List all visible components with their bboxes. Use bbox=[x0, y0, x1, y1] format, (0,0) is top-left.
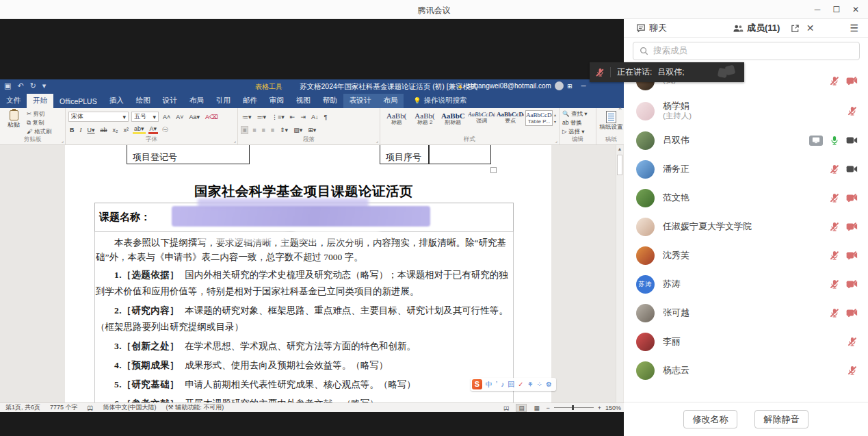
styles-scroll-up-icon[interactable]: ▴ bbox=[554, 112, 556, 117]
cut-button[interactable]: ✂ 剪切 bbox=[27, 110, 51, 118]
undo-icon[interactable]: ↶ bbox=[17, 81, 23, 90]
ribbon-options-icon[interactable]: ⊞ bbox=[567, 83, 573, 90]
sogou-voice-icon[interactable]: ♪ bbox=[501, 381, 504, 388]
align-right-button[interactable]: ≡ bbox=[261, 127, 267, 133]
member-search-box[interactable]: 搜索成员 bbox=[633, 42, 860, 60]
sogou-punct-icon[interactable]: ʼ bbox=[496, 381, 497, 388]
font-family-combo[interactable]: 宋体▾ bbox=[68, 112, 129, 122]
panel-menu-icon[interactable]: ☰ bbox=[850, 23, 858, 34]
unmute-button[interactable]: 解除静音 bbox=[754, 410, 808, 428]
save-icon[interactable]: ▣ bbox=[4, 81, 11, 90]
tab-insert[interactable]: 插入 bbox=[103, 94, 130, 108]
clear-format-button[interactable]: A⌫ bbox=[204, 114, 220, 120]
show-marks-button[interactable]: ¶ bbox=[322, 114, 328, 120]
tab-mailings[interactable]: 邮件 bbox=[237, 94, 263, 108]
member-row[interactable]: 苏涛 苏涛 bbox=[624, 270, 868, 298]
table-resize-handle[interactable] bbox=[490, 167, 497, 173]
member-row[interactable]: 任淑媛宁夏大学文学院 bbox=[624, 212, 868, 241]
tab-draw[interactable]: 绘图 bbox=[130, 94, 157, 108]
member-row[interactable]: 杨志云 bbox=[624, 356, 868, 385]
scrollbar-thumb[interactable] bbox=[617, 155, 622, 175]
zoom-slider-thumb[interactable] bbox=[572, 405, 574, 410]
replace-button[interactable]: ab 替换 bbox=[562, 119, 593, 127]
tab-members[interactable]: 成员(11) bbox=[733, 22, 780, 34]
bullets-button[interactable]: ≔▾ bbox=[241, 114, 253, 120]
redo-icon[interactable]: ↻ bbox=[30, 81, 36, 90]
minimize-button[interactable]: ─ bbox=[808, 5, 827, 14]
increase-indent-button[interactable]: ⇥ bbox=[299, 114, 307, 120]
tab-file[interactable]: 文件 bbox=[0, 94, 27, 108]
member-row[interactable]: 张可越 bbox=[624, 298, 868, 327]
document-scrollbar[interactable]: ▲ bbox=[616, 145, 623, 402]
tab-layout[interactable]: 布局 bbox=[183, 94, 210, 108]
zoom-percent[interactable]: 150% bbox=[605, 405, 621, 411]
style-chip[interactable]: AaBbCcDc 要点 bbox=[497, 110, 524, 126]
quick-access-toolbar[interactable]: ▣ ↶ ↻ ▾ bbox=[4, 81, 46, 90]
tab-chat[interactable]: 聊天 bbox=[636, 22, 667, 34]
tab-help[interactable]: 帮助 bbox=[317, 94, 343, 108]
decrease-indent-button[interactable]: ⇤ bbox=[289, 114, 297, 120]
bold-button[interactable]: B bbox=[68, 127, 76, 133]
enclose-char-button[interactable]: ㊀ bbox=[161, 125, 170, 134]
paste-button[interactable]: 粘贴 bbox=[3, 110, 25, 136]
numbering-button[interactable]: ≕▾ bbox=[256, 114, 268, 120]
sort-button[interactable]: A↓ bbox=[310, 114, 320, 120]
tab-table-design[interactable]: 表设计 bbox=[343, 94, 378, 108]
subscript-button[interactable]: x₂ bbox=[111, 127, 120, 133]
zoom-slider[interactable] bbox=[554, 407, 594, 408]
line-spacing-button[interactable]: ⇕▾ bbox=[278, 127, 289, 133]
web-layout-icon[interactable]: ▦ bbox=[531, 405, 542, 411]
maximize-button[interactable]: ☐ bbox=[827, 5, 846, 14]
member-row[interactable]: 吕双伟 bbox=[624, 126, 868, 155]
align-center-button[interactable]: ≡ bbox=[251, 127, 257, 133]
tell-me-search[interactable]: 💡 操作说明搜索 bbox=[413, 96, 466, 108]
tab-design[interactable]: 设计 bbox=[157, 94, 183, 108]
word-count[interactable]: 7775 个字 bbox=[50, 403, 78, 412]
member-row[interactable]: 范文艳 bbox=[624, 183, 868, 212]
superscript-button[interactable]: x² bbox=[122, 127, 131, 133]
style-chip[interactable]: AaBbC 副标题 bbox=[440, 110, 466, 126]
style-chip[interactable]: AaBbCcDd 强调 bbox=[468, 110, 495, 126]
strikethrough-button[interactable]: ab bbox=[99, 127, 109, 133]
read-mode-icon[interactable]: 🕮 bbox=[501, 405, 512, 411]
page-indicator[interactable]: 第1页, 共6页 bbox=[5, 403, 40, 412]
align-left-button[interactable]: ≡ bbox=[241, 126, 248, 134]
member-row[interactable]: 李丽 bbox=[624, 327, 868, 356]
tab-table-layout[interactable]: 布局 bbox=[377, 94, 404, 108]
font-size-combo[interactable]: 五号▾ bbox=[131, 112, 159, 122]
find-button[interactable]: 🔍 查找 ▾ bbox=[562, 110, 593, 118]
popout-panel-icon[interactable] bbox=[791, 24, 800, 33]
close-button[interactable]: ✕ bbox=[846, 5, 865, 14]
zoom-out-icon[interactable]: − bbox=[546, 405, 549, 411]
justify-button[interactable]: ≡ bbox=[269, 127, 276, 133]
shrink-font-button[interactable]: A˅ bbox=[174, 114, 185, 120]
member-row[interactable]: 杨学娟(主持人) bbox=[624, 96, 868, 126]
shading-button[interactable]: ▨▾ bbox=[292, 127, 304, 133]
sogou-logo-icon[interactable]: S bbox=[472, 379, 482, 389]
grow-font-button[interactable]: A˄ bbox=[161, 114, 172, 120]
word-minimize-button[interactable]: ─ bbox=[581, 82, 586, 90]
style-chip[interactable]: AaBbCcDdl Table P... bbox=[525, 110, 553, 126]
language-indicator[interactable]: 简体中文(中国大陆) bbox=[103, 403, 157, 412]
close-panel-icon[interactable]: ✕ bbox=[806, 23, 815, 34]
change-case-button[interactable]: Aa▾ bbox=[188, 114, 202, 120]
sogou-settings-icon[interactable]: ⚙ bbox=[546, 381, 552, 388]
quick-access-dropdown-icon[interactable]: ▾ bbox=[42, 81, 47, 90]
font-color-button[interactable]: A▾ bbox=[148, 125, 159, 134]
proofing-icon[interactable]: 🕮 bbox=[88, 405, 94, 411]
style-chip[interactable]: AaBb( 标题 bbox=[383, 110, 410, 126]
scroll-up-icon[interactable]: ▲ bbox=[616, 145, 623, 153]
sogou-check-icon[interactable]: ✓ bbox=[518, 381, 523, 388]
tab-review[interactable]: 审阅 bbox=[263, 94, 290, 108]
sogou-board-icon[interactable]: ⁘ bbox=[537, 381, 542, 388]
genko-settings-button[interactable]: 稿纸设置 bbox=[599, 111, 623, 130]
sogou-input-toolbar[interactable]: S 中 ʼ ♪ 回 ✓ ⚘ ⁘ ⚙ bbox=[471, 378, 556, 391]
underline-button[interactable]: U▾ bbox=[86, 127, 96, 133]
sogou-fullhalf-icon[interactable]: 回 bbox=[508, 381, 514, 388]
style-chip[interactable]: AaBb( 标题 2 bbox=[411, 110, 438, 126]
highlight-button[interactable]: ab▾ bbox=[133, 125, 146, 134]
sogou-dict-icon[interactable]: ⚘ bbox=[527, 381, 534, 388]
tab-references[interactable]: 引用 bbox=[210, 94, 237, 108]
rename-button[interactable]: 修改名称 bbox=[683, 410, 737, 428]
styles-scroll-down-icon[interactable]: ▾ bbox=[554, 119, 556, 124]
